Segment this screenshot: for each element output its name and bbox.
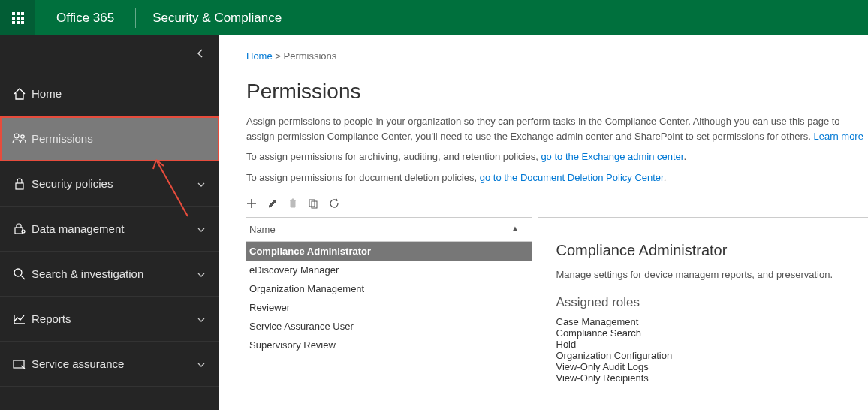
breadcrumb-separator: >: [275, 50, 281, 62]
table-header[interactable]: Name ▲: [246, 218, 532, 242]
sidebar-item-home[interactable]: Home: [0, 71, 219, 116]
page-description-1: Assign permissions to people in your org…: [219, 114, 868, 149]
page-description-2: To assign permissions for archiving, aud…: [219, 149, 868, 170]
chevron-down-icon: [197, 227, 206, 233]
sidebar-collapse-button[interactable]: [0, 35, 219, 71]
waffle-icon: [12, 12, 24, 24]
sidebar-item-label: Security policies: [30, 177, 197, 190]
assigned-role: View-Only Audit Logs: [556, 361, 869, 372]
chart-icon: [13, 312, 26, 326]
table-row[interactable]: Compliance Administrator: [246, 242, 532, 261]
top-bar: Office 365 Security & Compliance: [0, 0, 868, 35]
sidebar-item-label: Home: [30, 87, 219, 100]
sidebar-item-security-policies[interactable]: Security policies: [0, 161, 219, 207]
assigned-role: Compliance Search: [556, 327, 869, 339]
home-icon: [13, 87, 26, 101]
edit-button[interactable]: [267, 198, 278, 211]
sidebar-item-label: Permissions: [30, 132, 219, 145]
svg-point-1: [21, 134, 24, 137]
copy-icon: [308, 198, 318, 209]
search-icon: [13, 267, 26, 281]
sidebar-item-service-assurance[interactable]: Service assurance: [0, 342, 219, 387]
pencil-icon: [267, 198, 278, 209]
assurance-icon: [12, 358, 27, 370]
chevron-left-icon: [197, 48, 204, 59]
sort-ascending-icon: ▲: [511, 224, 520, 235]
page-description-3: To assign permissions for document delet…: [219, 170, 868, 191]
sidebar-item-label: Data management: [30, 222, 197, 235]
exchange-admin-link[interactable]: go to the Exchange admin center: [541, 151, 683, 162]
assigned-role: View-Only Recipients: [556, 372, 869, 384]
breadcrumb-current: Permissions: [284, 50, 337, 62]
document-deletion-link[interactable]: go to the Document Deletion Policy Cente…: [480, 172, 664, 183]
sidebar-item-data-management[interactable]: Data management: [0, 207, 219, 252]
table-row[interactable]: Service Assurance User: [246, 317, 532, 336]
delete-button[interactable]: [288, 198, 297, 211]
trash-icon: [288, 198, 297, 209]
page-title: Permissions: [219, 66, 868, 114]
details-title: Compliance Administrator: [556, 242, 869, 259]
chevron-down-icon: [197, 317, 206, 323]
assigned-role: Hold: [556, 339, 869, 350]
plus-icon: [246, 198, 257, 209]
app-title: Security & Compliance: [136, 11, 298, 26]
table-row[interactable]: Organization Management: [246, 279, 532, 298]
chevron-down-icon: [197, 362, 206, 368]
main-content: Home > Permissions Permissions Assign pe…: [219, 35, 868, 410]
add-button[interactable]: [246, 198, 257, 211]
brand-label[interactable]: Office 365: [35, 11, 135, 26]
sidebar-item-label: Search & investigation: [30, 267, 197, 280]
learn-more-link[interactable]: Learn more: [813, 131, 863, 142]
chevron-down-icon: [197, 272, 206, 278]
sidebar: Home Permissions Security policies Data …: [0, 35, 219, 410]
refresh-button[interactable]: [329, 198, 339, 211]
toolbar: [219, 191, 868, 217]
data-icon: [13, 222, 26, 236]
svg-rect-3: [15, 228, 23, 234]
table-row[interactable]: Supervisory Review: [246, 336, 532, 354]
table-row[interactable]: eDiscovery Manager: [246, 261, 532, 279]
svg-point-0: [14, 134, 19, 138]
sidebar-item-permissions[interactable]: Permissions: [0, 116, 219, 161]
sidebar-item-label: Service assurance: [30, 357, 197, 370]
assigned-role: Case Management: [556, 316, 869, 327]
table-row[interactable]: Reviewer: [246, 298, 532, 317]
roles-table: Name ▲ Compliance Administrator eDiscove…: [246, 217, 532, 354]
assigned-roles-heading: Assigned roles: [556, 295, 869, 310]
sidebar-item-search-investigation[interactable]: Search & investigation: [0, 252, 219, 297]
svg-rect-2: [16, 183, 23, 189]
assigned-role: Organization Configuration: [556, 350, 869, 361]
sidebar-item-reports[interactable]: Reports: [0, 297, 219, 342]
chevron-down-icon: [197, 182, 206, 188]
app-launcher-button[interactable]: [0, 0, 35, 35]
lock-icon: [14, 177, 26, 191]
people-icon: [12, 132, 27, 146]
breadcrumb: Home > Permissions: [219, 35, 868, 66]
details-pane: Compliance Administrator Manage settings…: [538, 217, 869, 384]
breadcrumb-home-link[interactable]: Home: [246, 50, 273, 62]
column-header-name: Name: [249, 224, 276, 235]
svg-point-5: [14, 269, 22, 276]
copy-button[interactable]: [308, 198, 318, 211]
refresh-icon: [329, 198, 339, 209]
details-description: Manage settings for device managem repor…: [556, 268, 869, 282]
sidebar-item-label: Reports: [30, 312, 197, 325]
